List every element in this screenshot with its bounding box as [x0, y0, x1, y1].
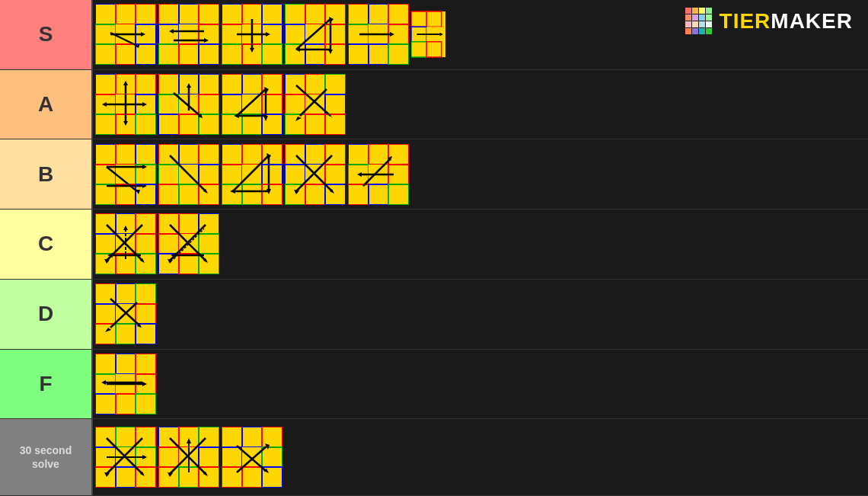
- svg-rect-254: [116, 324, 136, 344]
- svg-rect-142: [136, 144, 156, 165]
- svg-rect-233: [158, 234, 179, 254]
- tier-label-c: C: [0, 210, 91, 279]
- svg-rect-175: [242, 184, 262, 205]
- svg-rect-249: [136, 283, 156, 304]
- svg-rect-297: [158, 467, 179, 488]
- svg-rect-148: [136, 184, 156, 205]
- svg-rect-44: [305, 4, 325, 24]
- tier-row-special: 30 second solve: [0, 419, 868, 496]
- svg-rect-103: [179, 114, 199, 135]
- cube-f-1[interactable]: [95, 354, 156, 414]
- tier-content-f: [91, 350, 868, 419]
- cube-s-6[interactable]: [411, 4, 457, 65]
- svg-rect-86: [95, 114, 116, 135]
- svg-rect-71: [411, 11, 426, 27]
- cube-b-3[interactable]: [222, 144, 282, 205]
- logo-tier-text: TiER: [720, 9, 771, 33]
- tier-row-d: D: [0, 280, 868, 350]
- svg-rect-281: [95, 467, 116, 488]
- cube-c-2[interactable]: [158, 213, 219, 274]
- svg-rect-46: [285, 24, 305, 44]
- cube-d-1[interactable]: [95, 283, 156, 344]
- cube-s-5[interactable]: [348, 4, 409, 65]
- cube-a-2[interactable]: [158, 74, 219, 135]
- cube-sp-2[interactable]: [158, 427, 219, 488]
- svg-rect-186: [325, 144, 346, 165]
- svg-rect-187: [285, 165, 305, 184]
- tier-content-c: [91, 210, 868, 279]
- logo-maker-text: MAKER: [771, 9, 853, 33]
- svg-rect-310: [222, 447, 242, 467]
- svg-rect-117: [242, 114, 262, 135]
- tier-row-c: C: [0, 210, 868, 280]
- svg-rect-102: [158, 114, 179, 135]
- svg-rect-205: [369, 184, 388, 205]
- svg-rect-67: [388, 44, 409, 65]
- svg-rect-59: [348, 4, 369, 24]
- svg-rect-80: [95, 74, 116, 94]
- cube-b-1[interactable]: [95, 144, 156, 205]
- cube-c-1[interactable]: [95, 213, 156, 274]
- svg-rect-113: [222, 94, 242, 114]
- cube-a-1[interactable]: [95, 74, 156, 135]
- svg-rect-133: [305, 114, 325, 135]
- svg-rect-250: [95, 304, 116, 324]
- svg-rect-99: [158, 94, 179, 114]
- svg-rect-204: [348, 184, 369, 205]
- svg-rect-66: [369, 44, 388, 65]
- svg-rect-72: [426, 11, 442, 27]
- tier-label-a: A: [0, 70, 91, 139]
- cube-b-4[interactable]: [285, 144, 346, 205]
- svg-rect-161: [199, 165, 219, 184]
- cube-b-5[interactable]: [348, 144, 409, 205]
- svg-rect-267: [95, 394, 116, 414]
- svg-rect-263: [136, 354, 156, 374]
- svg-rect-29: [222, 4, 242, 24]
- svg-rect-189: [325, 165, 346, 184]
- tier-label-s: S: [0, 0, 91, 69]
- svg-rect-174: [222, 184, 242, 205]
- svg-rect-140: [95, 144, 116, 165]
- svg-rect-198: [348, 144, 369, 165]
- svg-rect-171: [222, 165, 242, 184]
- svg-rect-23: [199, 44, 219, 65]
- cube-s-1[interactable]: [95, 4, 156, 65]
- svg-rect-60: [369, 4, 388, 24]
- svg-rect-114: [242, 94, 262, 114]
- svg-rect-65: [348, 44, 369, 65]
- svg-rect-200: [388, 144, 409, 165]
- svg-rect-3: [136, 4, 156, 24]
- cube-b-2[interactable]: [158, 144, 219, 205]
- svg-rect-237: [179, 254, 199, 274]
- svg-rect-269: [136, 394, 156, 414]
- logo: TiERMAKER: [685, 8, 853, 34]
- svg-rect-82: [136, 74, 156, 94]
- svg-rect-268: [116, 394, 136, 414]
- svg-rect-217: [136, 234, 156, 254]
- svg-rect-296: [199, 447, 219, 467]
- cube-s-4[interactable]: [285, 4, 346, 65]
- logo-icon-grid: [685, 8, 712, 34]
- svg-rect-48: [325, 24, 346, 44]
- svg-rect-1: [95, 4, 116, 24]
- svg-rect-128: [325, 74, 346, 94]
- svg-rect-31: [262, 4, 282, 24]
- svg-rect-61: [388, 4, 409, 24]
- svg-rect-169: [242, 144, 262, 165]
- svg-rect-141: [116, 144, 136, 165]
- cube-s-3[interactable]: [222, 4, 282, 65]
- svg-rect-22: [179, 44, 199, 65]
- svg-rect-96: [158, 74, 179, 94]
- svg-rect-294: [158, 447, 179, 467]
- cube-a-4[interactable]: [285, 74, 346, 135]
- svg-rect-163: [179, 184, 199, 205]
- svg-rect-262: [116, 354, 136, 374]
- svg-rect-132: [285, 114, 305, 135]
- svg-rect-309: [262, 427, 282, 447]
- cube-sp-3[interactable]: [222, 427, 282, 488]
- cube-a-3[interactable]: [222, 74, 282, 135]
- cube-s-2[interactable]: [158, 4, 219, 65]
- cube-sp-1[interactable]: [95, 427, 156, 488]
- logo-text: TiERMAKER: [720, 9, 853, 34]
- svg-rect-248: [116, 283, 136, 304]
